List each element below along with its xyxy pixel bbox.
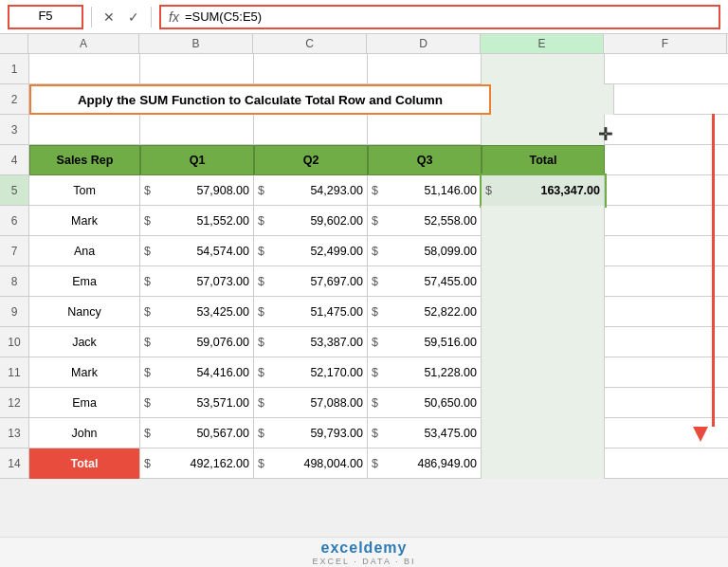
table-row: Tom $ 57,908.00 $ 54,293.00 $ 51,146.00 …	[29, 175, 728, 206]
cancel-icon[interactable]: ✕	[100, 8, 118, 27]
column-headers: A B C D E F	[0, 34, 728, 54]
cell-8c[interactable]: $57,073.00	[140, 266, 254, 297]
cell-8f[interactable]	[482, 266, 605, 297]
cell-3b[interactable]	[29, 115, 140, 145]
cell-7e[interactable]: $58,099.00	[368, 236, 482, 266]
cell-14c[interactable]: $492,162.00	[140, 448, 254, 479]
cell-3d[interactable]	[254, 115, 368, 145]
cell-6d[interactable]: $59,602.00	[254, 206, 368, 236]
dollar-5e: $	[372, 184, 378, 197]
cell-9d[interactable]: $51,475.00	[254, 297, 368, 327]
col-header-f[interactable]: F	[604, 34, 727, 53]
row-header-8[interactable]: 8	[0, 266, 28, 297]
cell-1d[interactable]	[254, 54, 368, 84]
grid-rows: Apply the SUM Function to Calculate Tota…	[29, 54, 728, 479]
confirm-icon[interactable]: ✓	[124, 8, 143, 27]
row-header-1[interactable]: 1	[0, 54, 28, 84]
cell-9e[interactable]: $52,822.00	[368, 297, 482, 327]
cell-8b-name[interactable]: Ema	[29, 266, 140, 297]
cell-13d[interactable]: $59,793.00	[254, 418, 368, 448]
col-q3-header: Q3	[368, 145, 482, 175]
row-header-4[interactable]: 4	[0, 145, 28, 175]
row-header-11[interactable]: 11	[0, 357, 28, 388]
fill-handle-crosshair[interactable]: ✛	[598, 124, 612, 145]
col-header-c[interactable]: C	[253, 34, 367, 53]
cell-10b-name[interactable]: Jack	[29, 327, 140, 357]
cell-5d[interactable]: $ 54,293.00	[254, 175, 368, 206]
cell-13e[interactable]: $53,475.00	[368, 418, 482, 448]
row-header-13[interactable]: 13	[0, 418, 28, 448]
row-header-5[interactable]: 5	[0, 175, 28, 206]
cell-11c[interactable]: $54,416.00	[140, 357, 254, 388]
cell-11f[interactable]	[482, 357, 605, 388]
row-header-9[interactable]: 9	[0, 297, 28, 327]
cell-7b-name[interactable]: Ana	[29, 236, 140, 266]
cell-1c[interactable]	[140, 54, 254, 84]
cell-9f[interactable]	[482, 297, 605, 327]
cell-3f[interactable]	[482, 115, 605, 145]
col-header-d[interactable]: D	[367, 34, 481, 53]
cell-5b-name[interactable]: Tom	[29, 175, 140, 206]
cell-10e[interactable]: $59,516.00	[368, 327, 482, 357]
cell-13b-name[interactable]: John	[29, 418, 140, 448]
cell-2f[interactable]	[491, 84, 614, 115]
cell-10f[interactable]	[482, 327, 605, 357]
col-header-e[interactable]: E	[481, 34, 604, 53]
row-header-12[interactable]: 12	[0, 388, 28, 418]
cell-12c[interactable]: $53,571.00	[140, 388, 254, 418]
cell-14e[interactable]: $486,949.00	[368, 448, 482, 479]
cell-10d[interactable]: $53,387.00	[254, 327, 368, 357]
cell-6f[interactable]	[482, 206, 605, 236]
row-header-2[interactable]: 2	[0, 84, 28, 115]
header-row: Sales Rep Q1 Q2 Q3 Total	[29, 145, 728, 175]
formula-bar[interactable]: fx =SUM(C5:E5)	[159, 5, 720, 29]
row-header-14[interactable]: 14	[0, 448, 28, 479]
cell-8d[interactable]: $57,697.00	[254, 266, 368, 297]
cell-13c[interactable]: $50,567.00	[140, 418, 254, 448]
cell-12d[interactable]: $57,088.00	[254, 388, 368, 418]
cell-8e[interactable]: $57,455.00	[368, 266, 482, 297]
cell-11d[interactable]: $52,170.00	[254, 357, 368, 388]
row-header-7[interactable]: 7	[0, 236, 28, 266]
cell-9c[interactable]: $53,425.00	[140, 297, 254, 327]
cell-3c[interactable]	[140, 115, 254, 145]
table-row: Mark $51,552.00 $59,602.00 $52,558.00	[29, 206, 728, 236]
cell-7d[interactable]: $52,499.00	[254, 236, 368, 266]
cell-3e[interactable]	[368, 115, 482, 145]
table-row: Nancy $53,425.00 $51,475.00 $52,822.00	[29, 297, 728, 327]
cell-12b-name[interactable]: Ema	[29, 388, 140, 418]
cell-7c[interactable]: $54,574.00	[140, 236, 254, 266]
cell-7f[interactable]	[482, 236, 605, 266]
cell-6c[interactable]: $51,552.00	[140, 206, 254, 236]
table-row: John $50,567.00 $59,793.00 $53,475.00	[29, 418, 728, 448]
fill-arrow	[712, 114, 715, 427]
row-header-3[interactable]: 3	[0, 115, 28, 145]
cell-5e[interactable]: $ 51,146.00	[368, 175, 482, 206]
footer: exceldemy EXCEL · DATA · BI	[0, 537, 728, 567]
table-row: Ema $57,073.00 $57,697.00 $57,455.00	[29, 266, 728, 297]
cell-5c[interactable]: $ 57,908.00	[140, 175, 254, 206]
cell-6e[interactable]: $52,558.00	[368, 206, 482, 236]
cell-1f[interactable]	[482, 54, 605, 84]
cell-6b-name[interactable]: Mark	[29, 206, 140, 236]
cell-10c[interactable]: $59,076.00	[140, 327, 254, 357]
col-header-a[interactable]: A	[28, 34, 139, 53]
cell-1b[interactable]	[29, 54, 140, 84]
cell-11b-name[interactable]: Mark	[29, 357, 140, 388]
title-cell: Apply the SUM Function to Calculate Tota…	[29, 84, 491, 115]
col-header-b[interactable]: B	[139, 34, 253, 53]
cell-1e[interactable]	[368, 54, 482, 84]
col-header-row	[0, 34, 28, 53]
cell-12e[interactable]: $50,650.00	[368, 388, 482, 418]
cell-11e[interactable]: $51,228.00	[368, 357, 482, 388]
cell-9b-name[interactable]: Nancy	[29, 297, 140, 327]
row-header-6[interactable]: 6	[0, 206, 28, 236]
name-box[interactable]: F5	[8, 5, 83, 29]
cell-13f[interactable]	[482, 418, 605, 448]
col-total-header: Total	[482, 145, 605, 175]
row-header-10[interactable]: 10	[0, 327, 28, 357]
cell-12f[interactable]	[482, 388, 605, 418]
cell-14f[interactable]	[482, 448, 605, 479]
cell-14d[interactable]: $498,004.00	[254, 448, 368, 479]
cell-5f-total[interactable]: $ 163,347.00	[482, 175, 605, 206]
